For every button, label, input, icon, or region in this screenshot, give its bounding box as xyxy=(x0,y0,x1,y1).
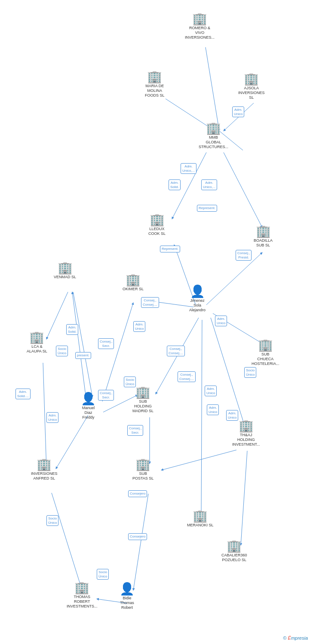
building-icon-inversiones: 🏢 xyxy=(37,459,52,471)
edge-label-adm-unico-ajsola[interactable]: Adm.Unico xyxy=(232,106,244,117)
svg-line-20 xyxy=(161,450,236,470)
edge-label-adm-solid[interactable]: Adm.Solid. xyxy=(169,179,181,190)
node-thomas: 🏢 THOMAS ROBERT INVESTMENTS... xyxy=(67,582,98,608)
node-okimer: 🏢 OKIMER SL xyxy=(123,274,144,292)
building-icon-thaj: 🏢 xyxy=(239,420,254,432)
edge-label-adm-unico7[interactable]: Adm.Unico xyxy=(226,410,238,421)
label-manuel: Manuel Diaz Freddy xyxy=(82,406,95,419)
node-mariamolina: 🏢 MARIA DE MOLINA FOODS SL xyxy=(145,71,165,97)
edge-label-socio-unico4[interactable]: SocioÚnico xyxy=(46,515,58,526)
label-boadilla: BOADILLA SUB SL xyxy=(254,238,273,248)
node-thaj: 🏢 TH&AJ HOLDING INVESTMENT... xyxy=(232,420,260,447)
building-icon-subchueca: 🏢 xyxy=(258,339,273,351)
edge-label-consej-secr3[interactable]: Consej.,Secr. xyxy=(127,425,143,436)
person-icon-manuel: 👤 xyxy=(81,393,96,405)
svg-line-18 xyxy=(72,292,86,398)
building-icon-okimer: 🏢 xyxy=(126,274,141,286)
edge-label-consej-consej2[interactable]: Consej.,Consej.... xyxy=(167,346,185,356)
edge-label-consej-secr2[interactable]: Consej.,Secr. xyxy=(98,390,114,401)
edge-label-consej-secr1[interactable]: Consej.,Secr. xyxy=(98,338,114,349)
node-romero: 🏢 ROMERO & VIVO INVERSIONES... xyxy=(185,13,215,39)
edge-label-represent2[interactable]: Represent. xyxy=(160,246,180,252)
node-lca: 🏢 LCA & ALAUPA SL xyxy=(27,331,47,354)
edge-label-adm-unico8[interactable]: Adm.Unico xyxy=(46,412,58,423)
label-thaj: TH&AJ HOLDING INVESTMENT... xyxy=(232,433,260,447)
svg-line-21 xyxy=(133,494,148,590)
edge-label-adm-unico6[interactable]: Adm.Unico xyxy=(207,404,219,415)
label-mmb: MMB GLOBAL STRUCTURES... xyxy=(199,135,228,149)
label-subpostas: SUB POSTAS SL xyxy=(132,471,153,481)
svg-line-7 xyxy=(206,252,262,305)
graph-container: 🏢 ROMERO & VIVO INVERSIONES... 🏢 MARIA D… xyxy=(0,0,313,644)
edge-label-socio-unico3[interactable]: SocioÚnico xyxy=(124,377,136,387)
edge-label-adm-unico5[interactable]: Adm.Unico xyxy=(205,386,217,396)
building-icon-subholding: 🏢 xyxy=(135,386,150,398)
svg-line-24 xyxy=(43,363,46,468)
edge-label-represent1[interactable]: Represent. xyxy=(197,205,217,212)
label-romero: ROMERO & VIVO INVERSIONES... xyxy=(185,26,215,39)
edge-label-socio-unico5[interactable]: SocioÚnico xyxy=(97,569,109,580)
label-thomas: THOMAS ROBERT INVESTMENTS... xyxy=(67,595,98,608)
label-inversiones: INVERSIONES ANFRED SL xyxy=(31,471,58,481)
edge-label-adm-unico4[interactable]: Adm.Unico xyxy=(215,316,227,326)
edge-label-consejero2[interactable]: Consejero xyxy=(128,533,147,540)
edge-label-adm-unico3[interactable]: Adm.Unico xyxy=(133,321,145,332)
svg-line-13 xyxy=(46,292,68,339)
edge-label-socio-unico2[interactable]: SocioÚnico xyxy=(244,367,256,378)
node-bidie: 👤 Bidie Thomas Robert xyxy=(120,583,135,610)
person-icon-jimenez: 👤 xyxy=(190,286,205,298)
svg-line-17 xyxy=(56,415,88,469)
watermark: © Êmpresia xyxy=(283,635,308,641)
label-mariamolina: MARIA DE MOLINA FOODS SL xyxy=(145,84,165,97)
svg-line-0 xyxy=(206,47,219,131)
node-venmad: 🏢 VENMAD SL xyxy=(54,262,76,279)
node-mmb: 🏢 MMB GLOBAL STRUCTURES... xyxy=(199,122,228,149)
edge-label-consej-consej3[interactable]: Consej.,Consej.... xyxy=(178,371,196,382)
building-icon-ajsola: 🏢 xyxy=(244,73,259,85)
svg-line-14 xyxy=(73,292,92,397)
node-boadilla: 🏢 BOADILLA SUB SL xyxy=(254,225,273,248)
node-meranoki: 🏢 MERANOKI SL xyxy=(187,510,214,528)
building-icon-lledux: 🏢 xyxy=(150,214,165,226)
node-manuel: 👤 Manuel Diaz Freddy xyxy=(81,393,96,419)
edge-label-adm-solid3[interactable]: Adm.Solid.... xyxy=(15,389,31,399)
building-icon-cabalier360: 🏢 xyxy=(227,540,242,552)
node-subpostas: 🏢 SUB POSTAS SL xyxy=(132,459,153,481)
label-meranoki: MERANOKI SL xyxy=(187,523,214,528)
edge-label-adm-solid2[interactable]: Adm.Solid. xyxy=(66,324,78,335)
building-icon-mariamolina: 🏢 xyxy=(147,71,162,83)
node-inversiones: 🏢 INVERSIONES ANFRED SL xyxy=(31,459,58,481)
node-subchueca: 🏢 SUB CHUECA HOSTELERIA... xyxy=(252,339,279,366)
building-icon-thomas: 🏢 xyxy=(74,582,89,594)
node-lledux: 🏢 LLEDUX COOK SL xyxy=(148,214,166,236)
svg-line-25 xyxy=(241,451,247,545)
building-icon-mmb: 🏢 xyxy=(206,122,221,134)
label-okimer: OKIMER SL xyxy=(123,287,144,292)
label-subchueca: SUB CHUECA HOSTELERIA... xyxy=(252,352,279,366)
label-subholding: SUB HOLDING MADRID SL xyxy=(132,399,153,413)
edge-label-consej-presid[interactable]: Consej.,Presid. xyxy=(236,250,252,261)
edge-label-present[interactable]: present. xyxy=(75,352,91,359)
person-icon-bidie: 👤 xyxy=(120,583,135,595)
edge-label-consej-consej1[interactable]: Consej.,Consej.... xyxy=(141,297,159,308)
edge-label-socio-unico1[interactable]: SocioÚnico xyxy=(56,346,68,356)
edge-label-adm-unico2[interactable]: Adm.Unico,... xyxy=(201,179,217,190)
node-ajsola: 🏢 AJSOLA INVERSIONES SL xyxy=(238,73,265,100)
node-cabalier360: 🏢 CABALIER360 POZUELO SL xyxy=(221,540,247,562)
edge-label-adm-unico-mmb[interactable]: Adm.Unico,... xyxy=(181,163,196,174)
node-subholding: 🏢 SUB HOLDING MADRID SL xyxy=(132,386,153,413)
building-icon-subpostas: 🏢 xyxy=(135,459,150,471)
svg-line-5 xyxy=(224,152,262,228)
building-icon-lca: 🏢 xyxy=(29,331,44,343)
label-lca: LCA & ALAUPA SL xyxy=(27,344,47,354)
label-jimenez: Jimenez Sola Alejandro xyxy=(189,298,206,312)
building-icon-meranoki: 🏢 xyxy=(193,510,208,522)
edge-label-consejero1[interactable]: Consejero xyxy=(128,490,147,497)
node-jimenez: 👤 Jimenez Sola Alejandro xyxy=(189,286,206,312)
label-ajsola: AJSOLA INVERSIONES SL xyxy=(238,86,265,100)
building-icon-venmad: 🏢 xyxy=(58,262,73,274)
label-cabalier360: CABALIER360 POZUELO SL xyxy=(221,553,247,562)
svg-line-22 xyxy=(52,493,82,589)
label-bidie: Bidie Thomas Robert xyxy=(120,596,134,610)
label-venmad: VENMAD SL xyxy=(54,275,76,279)
